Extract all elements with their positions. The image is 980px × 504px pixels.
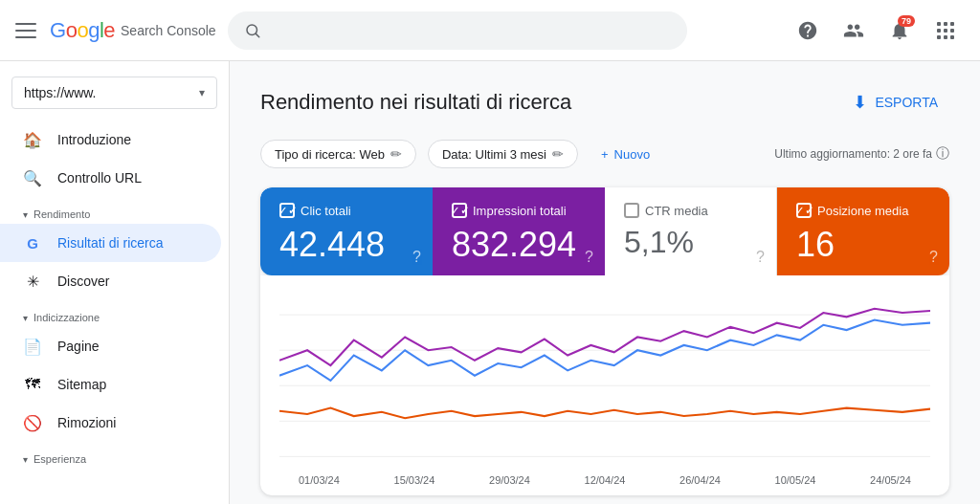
domain-selector[interactable]: https://www. ▾ xyxy=(11,77,217,109)
date-filter[interactable]: Data: Ultimi 3 mesi ✏ xyxy=(428,140,578,168)
section-arrow-icon: ▾ xyxy=(23,313,28,323)
topbar-actions: 79 xyxy=(789,11,965,50)
x-label: 29/03/24 xyxy=(489,474,530,486)
sitemap-icon: 🗺 xyxy=(23,375,42,394)
metric-checkbox-clic[interactable]: ✓ xyxy=(279,203,295,218)
x-label: 10/05/24 xyxy=(775,474,816,486)
account-icon[interactable] xyxy=(835,11,873,50)
main-layout: https://www. ▾ 🏠 Introduzione 🔍 Controll… xyxy=(0,61,980,504)
sidebar-item-rimozioni[interactable]: 🚫 Rimozioni xyxy=(0,404,221,442)
metric-card-clic-totali[interactable]: ✓ Clic totali 42.448 ? xyxy=(260,187,433,275)
edit-icon: ✏ xyxy=(552,146,564,162)
metric-card-posizione[interactable]: ✓ Posizione media 16 ? xyxy=(777,187,949,275)
sidebar: https://www. ▾ 🏠 Introduzione 🔍 Controll… xyxy=(0,61,230,504)
x-label: 26/04/24 xyxy=(679,474,721,486)
sidebar-item-controllo-url[interactable]: 🔍 Controllo URL xyxy=(0,159,221,197)
sidebar-item-sitemap[interactable]: 🗺 Sitemap xyxy=(0,365,221,404)
sidebar-item-label: Discover xyxy=(57,274,109,289)
download-icon: ⬇ xyxy=(853,92,867,113)
metric-name: Posizione media xyxy=(817,204,908,218)
search-icon xyxy=(244,22,261,39)
x-label: 24/05/24 xyxy=(870,474,911,486)
x-label: 12/04/24 xyxy=(585,474,626,486)
product-name: Search Console xyxy=(121,23,216,38)
search-input[interactable] xyxy=(269,23,671,38)
last-update: Ultimo aggiornamento: 2 ore fa ⓘ xyxy=(774,145,949,163)
search-type-filter[interactable]: Tipo di ricerca: Web ✏ xyxy=(260,140,416,168)
home-icon: 🏠 xyxy=(23,130,42,149)
google-g-icon: G xyxy=(23,233,42,252)
help-icon[interactable]: ? xyxy=(585,249,593,266)
help-icon[interactable] xyxy=(789,11,827,50)
metric-value-impressioni: 832.294 xyxy=(452,226,586,264)
metric-value-ctr: 5,1% xyxy=(624,226,757,259)
section-label: Rendimento xyxy=(33,208,90,220)
metric-checkbox-impressioni[interactable]: ✓ xyxy=(452,203,467,218)
sidebar-item-introduzione[interactable]: 🏠 Introduzione xyxy=(0,121,221,159)
metric-value-posizione: 16 xyxy=(796,226,930,264)
sidebar-item-label: Pagine xyxy=(57,339,100,354)
x-label: 15/03/24 xyxy=(394,474,435,486)
chevron-down-icon: ▾ xyxy=(199,86,205,99)
metric-label: ✓ Posizione media xyxy=(796,203,930,218)
sidebar-item-risultati-ricerca[interactable]: G Risultati di ricerca xyxy=(0,224,221,262)
date-label: Data: Ultimi 3 mesi xyxy=(442,147,546,162)
sidebar-item-label: Rimozioni xyxy=(57,415,116,430)
metric-checkbox-posizione[interactable]: ✓ xyxy=(796,203,812,218)
help-icon[interactable]: ? xyxy=(756,249,765,266)
sidebar-item-label: Introduzione xyxy=(57,132,131,147)
app-logo: Google Search Console xyxy=(50,18,216,43)
sidebar-item-discover[interactable]: ✳ Discover xyxy=(0,262,221,300)
section-arrow-icon: ▾ xyxy=(23,209,28,220)
sidebar-item-label: Controllo URL xyxy=(57,170,142,186)
metric-label: ✓ Clic totali xyxy=(279,203,413,218)
metric-name: Impressioni totali xyxy=(473,204,567,218)
sidebar-item-label: Risultati di ricerca xyxy=(57,235,163,251)
section-arrow-icon: ▾ xyxy=(23,454,28,465)
last-update-text: Ultimo aggiornamento: 2 ore fa xyxy=(774,147,932,161)
search-bar[interactable] xyxy=(228,11,687,50)
sidebar-item-label: Sitemap xyxy=(57,377,106,392)
indicizzazione-section-header: ▾ Indicizzazione xyxy=(0,300,229,327)
sidebar-item-pagine[interactable]: 📄 Pagine xyxy=(0,327,221,365)
add-filter-label: Nuovo xyxy=(614,147,651,162)
section-label: Indicizzazione xyxy=(33,312,100,323)
metric-name: CTR media xyxy=(645,204,708,218)
notification-count: 79 xyxy=(898,15,915,27)
rendimento-section-header: ▾ Rendimento xyxy=(0,197,229,224)
performance-chart xyxy=(279,295,930,467)
edit-icon: ✏ xyxy=(390,146,402,162)
metric-card-impressioni[interactable]: ✓ Impressioni totali 832.294 ? xyxy=(433,187,605,275)
menu-icon[interactable] xyxy=(15,19,38,42)
search-type-label: Tipo di ricerca: Web xyxy=(275,147,385,162)
metric-card-ctr[interactable]: CTR media 5,1% ? xyxy=(605,187,777,275)
metric-name: Clic totali xyxy=(301,204,351,218)
filter-bar: Tipo di ricerca: Web ✏ Data: Ultimi 3 me… xyxy=(260,140,949,168)
metric-label: ✓ Impressioni totali xyxy=(452,203,586,218)
topbar: Google Search Console 79 xyxy=(0,0,980,61)
help-icon[interactable]: ? xyxy=(929,249,938,266)
url-check-icon: 🔍 xyxy=(23,168,42,187)
add-filter-button[interactable]: + Nuovo xyxy=(590,142,661,167)
metric-value-clic: 42.448 xyxy=(279,226,413,264)
plus-icon: + xyxy=(601,147,609,162)
notifications-icon[interactable]: 79 xyxy=(880,11,919,50)
removals-icon: 🚫 xyxy=(23,413,42,432)
help-icon[interactable]: ? xyxy=(412,249,421,266)
discover-icon: ✳ xyxy=(23,272,42,291)
content-header: Rendimento nei risultati di ricerca ⬇ ES… xyxy=(260,84,949,121)
section-label: Esperienza xyxy=(33,453,86,465)
chart-container: 01/03/24 15/03/24 29/03/24 12/04/24 26/0… xyxy=(260,275,949,495)
domain-label: https://www. xyxy=(24,85,96,100)
esperienza-section-header: ▾ Esperienza xyxy=(0,442,229,469)
pages-icon: 📄 xyxy=(23,337,42,356)
metric-cards: ✓ Clic totali 42.448 ? ✓ Impressioni tot… xyxy=(260,187,949,275)
apps-icon[interactable] xyxy=(926,11,965,50)
export-label: ESPORTA xyxy=(875,95,938,110)
google-wordmark: Google xyxy=(50,18,115,43)
metric-checkbox-ctr[interactable] xyxy=(624,203,639,218)
info-icon[interactable]: ⓘ xyxy=(936,145,949,163)
export-button[interactable]: ⬇ ESPORTA xyxy=(841,84,949,121)
metric-label: CTR media xyxy=(624,203,757,218)
page-title: Rendimento nei risultati di ricerca xyxy=(260,90,571,115)
